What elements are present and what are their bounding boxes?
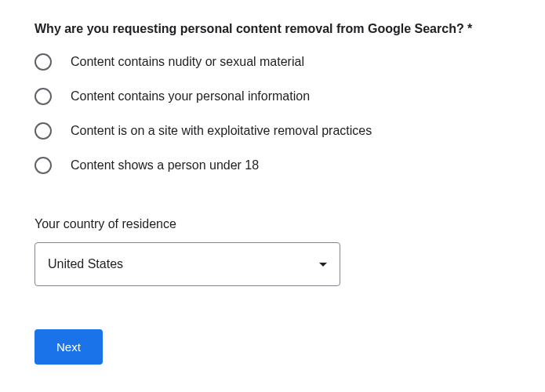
next-button[interactable]: Next xyxy=(35,329,103,365)
radio-option-nudity[interactable]: Content contains nudity or sexual materi… xyxy=(35,53,510,71)
radio-label: Content contains nudity or sexual materi… xyxy=(71,55,304,69)
radio-option-personal-info[interactable]: Content contains your personal informati… xyxy=(35,88,510,105)
chevron-down-icon xyxy=(319,263,327,267)
radio-option-under-18[interactable]: Content shows a person under 18 xyxy=(35,157,510,174)
radio-label: Content shows a person under 18 xyxy=(71,158,259,172)
dropdown-value: United States xyxy=(48,257,123,271)
country-section: Your country of residence United States xyxy=(35,217,510,286)
radio-group: Content contains nudity or sexual materi… xyxy=(35,53,510,174)
radio-icon xyxy=(35,53,52,71)
radio-icon xyxy=(35,157,52,174)
radio-icon xyxy=(35,88,52,105)
radio-option-exploitative[interactable]: Content is on a site with exploitative r… xyxy=(35,122,510,140)
question-label: Why are you requesting personal content … xyxy=(35,22,510,36)
radio-label: Content is on a site with exploitative r… xyxy=(71,124,372,138)
country-label: Your country of residence xyxy=(35,217,510,231)
radio-icon xyxy=(35,122,52,140)
country-dropdown[interactable]: United States xyxy=(35,242,340,286)
radio-label: Content contains your personal informati… xyxy=(71,89,310,103)
